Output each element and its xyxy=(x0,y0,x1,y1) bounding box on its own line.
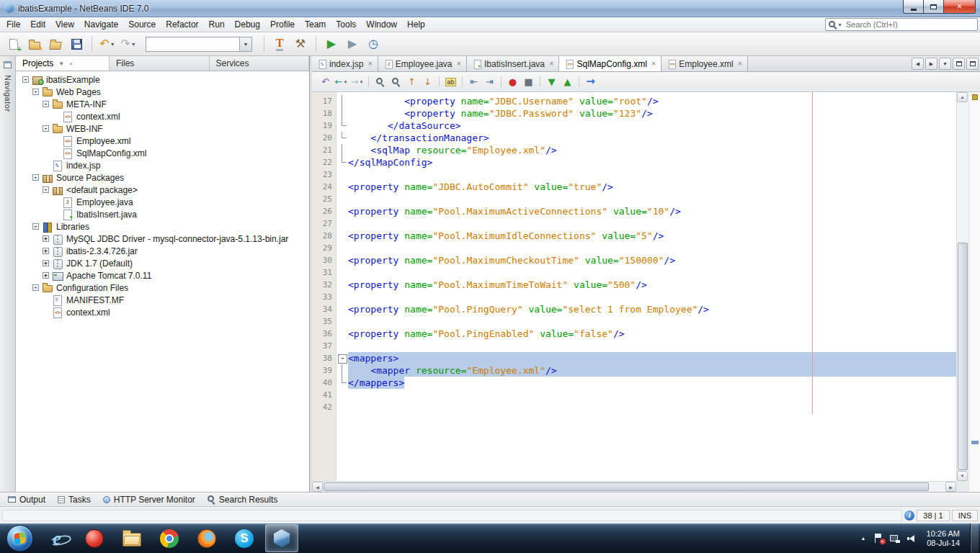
scroll-right-button[interactable]: ▶ xyxy=(945,482,956,492)
tree-node-jdk-1-7-default[interactable]: +JDK 1.7 (Default) xyxy=(16,257,309,269)
collapse-toggle-icon[interactable]: - xyxy=(32,174,40,182)
line-number[interactable]: 41 xyxy=(312,389,337,401)
code-text[interactable]: </dataSource> xyxy=(348,120,461,132)
expand-toggle-icon[interactable]: + xyxy=(42,235,50,243)
collapse-toggle-icon[interactable]: - xyxy=(32,284,40,292)
volume-icon[interactable] xyxy=(907,534,917,543)
code-text[interactable]: <sqlMap resource="Employee.xml"/> xyxy=(348,144,557,156)
collapse-toggle-icon[interactable]: - xyxy=(42,125,50,133)
line-number[interactable]: 18 xyxy=(312,107,337,120)
show-desktop-button[interactable] xyxy=(970,523,979,553)
line-number[interactable]: 23 xyxy=(312,168,337,181)
line-number[interactable]: 38 xyxy=(312,352,337,364)
minimize-button[interactable] xyxy=(903,0,924,14)
horizontal-scroll-thumb[interactable] xyxy=(324,482,929,491)
taskbar-clock[interactable]: 10:26 AM 08-Jul-14 xyxy=(927,529,960,548)
last-edited-button[interactable]: ↶ xyxy=(318,74,333,89)
line-number[interactable]: 33 xyxy=(312,291,337,303)
new-project-button[interactable] xyxy=(25,35,44,53)
editor-tab-ibatisinsert-java[interactable]: IbatisInsert.java× xyxy=(467,56,559,71)
title-bar[interactable]: ibatisExample - NetBeans IDE 7.0 × xyxy=(0,0,980,17)
code-text[interactable]: <property name="JDBC.Password" value="12… xyxy=(348,107,653,120)
network-icon[interactable] xyxy=(890,534,900,543)
line-number[interactable]: 27 xyxy=(312,217,337,230)
show-hidden-icons-icon[interactable]: ▲ xyxy=(861,536,866,541)
open-project-button[interactable] xyxy=(46,35,65,53)
panel-tab-services[interactable]: Services xyxy=(210,56,310,71)
build-project-button[interactable]: ⚒ xyxy=(291,35,310,53)
menu-file[interactable]: File xyxy=(1,17,25,32)
menu-view[interactable]: View xyxy=(50,17,79,32)
shift-line-left-button[interactable]: ⇤ xyxy=(466,74,481,89)
line-number[interactable]: 31 xyxy=(312,266,337,279)
collapse-toggle-icon[interactable]: - xyxy=(42,186,50,194)
tree-node-mysql-jdbc-driver-mysql-connector-java-5-1-13-bin-jar[interactable]: +MySQL JDBC Driver - mysql-connector-jav… xyxy=(16,233,309,245)
stop-macro-recording-button[interactable]: ■ xyxy=(521,74,536,89)
close-tab-icon[interactable]: × xyxy=(738,60,742,68)
panel-tab-files[interactable]: Files xyxy=(110,56,210,71)
editor-tab-employee-java[interactable]: Employee.java× xyxy=(378,56,467,71)
line-number[interactable]: 20 xyxy=(312,132,337,144)
run-project-button[interactable]: ▶ xyxy=(322,35,341,53)
find-button[interactable] xyxy=(373,74,388,89)
tree-node-context-xml[interactable]: context.xml xyxy=(16,110,309,122)
taskbar-chrome[interactable] xyxy=(153,524,186,552)
line-number[interactable]: 42 xyxy=(312,401,337,413)
code-text[interactable]: </transactionManager> xyxy=(348,132,489,144)
line-number[interactable]: 26 xyxy=(312,205,337,217)
line-number[interactable]: 29 xyxy=(312,242,337,254)
scroll-up-button[interactable]: ▲ xyxy=(957,92,968,102)
line-number[interactable]: 35 xyxy=(312,315,337,328)
taskbar-start-button[interactable] xyxy=(3,524,36,552)
maximize-editor-button[interactable] xyxy=(966,58,979,70)
bottom-tab-search-results[interactable]: Search Results xyxy=(202,493,283,506)
tree-node-meta-inf[interactable]: -META-INF xyxy=(16,98,309,110)
toggle-highlight-search-button[interactable]: ab xyxy=(443,74,458,89)
code-text[interactable]: <property name="Pool.MaximumTimeToWait" … xyxy=(348,279,647,291)
undo-button[interactable]: ↶▼ xyxy=(98,35,117,53)
search-dropdown-icon[interactable]: ▼ xyxy=(837,22,842,27)
close-tab-icon[interactable]: × xyxy=(368,60,372,68)
redo-button[interactable]: ↷▼ xyxy=(119,35,138,53)
code-text[interactable]: <property name="Pool.PingEnabled" value=… xyxy=(348,328,625,340)
scroll-tabs-left-button[interactable]: ◀ xyxy=(912,58,924,70)
line-number[interactable]: 30 xyxy=(312,254,337,266)
line-number[interactable]: 32 xyxy=(312,279,337,291)
tree-node-ibatisinsert-java[interactable]: IbatisInsert.java xyxy=(16,208,309,220)
code-text[interactable]: <property name="JDBC.AutoCommit" value="… xyxy=(348,181,613,193)
tree-node-context-xml[interactable]: context.xml xyxy=(16,306,309,318)
tree-node-source-packages[interactable]: -Source Packages xyxy=(16,171,309,184)
scroll-left-button[interactable]: ◀ xyxy=(312,482,323,492)
combo-dropdown-icon[interactable]: ▼ xyxy=(239,37,251,51)
notifications-icon[interactable]: i xyxy=(904,511,914,521)
menu-profile[interactable]: Profile xyxy=(265,17,300,32)
find-selection-button[interactable] xyxy=(388,74,404,89)
new-file-button[interactable] xyxy=(4,35,23,53)
quick-search-box[interactable]: ▼ xyxy=(825,18,978,31)
tree-node-manifest-mf[interactable]: MANIFEST.MF xyxy=(16,294,309,306)
tree-node-sqlmapconfig-xml[interactable]: SqlMapConfig.xml xyxy=(16,147,309,159)
save-all-button[interactable] xyxy=(67,35,86,53)
collapse-toggle-icon[interactable]: - xyxy=(42,100,50,109)
menu-run[interactable]: Run xyxy=(204,17,230,32)
next-occurrence-button[interactable]: ↓ xyxy=(420,74,435,89)
back-button[interactable]: ←▼ xyxy=(334,74,349,89)
menu-team[interactable]: Team xyxy=(300,17,331,32)
code-text[interactable]: </sqlMapConfig> xyxy=(348,156,432,168)
expand-toggle-icon[interactable]: + xyxy=(42,247,50,256)
taskbar-netbeans[interactable] xyxy=(265,524,298,552)
code-text[interactable]: <property name="JDBC.Username" value="ro… xyxy=(348,95,659,107)
tree-node-apache-tomcat-7-0-11[interactable]: +Apache Tomcat 7.0.11 xyxy=(16,269,309,282)
line-number[interactable]: 34 xyxy=(312,303,337,315)
taskbar-red-circle-app[interactable] xyxy=(78,524,111,552)
taskbar-skype[interactable]: S xyxy=(228,524,261,552)
bottom-tab-tasks[interactable]: Tasks xyxy=(52,493,97,506)
tree-node-configuration-files[interactable]: -Configuration Files xyxy=(16,282,309,294)
bottom-tab-http-server-monitor[interactable]: HTTP Server Monitor xyxy=(97,493,201,506)
fold-toggle-icon[interactable] xyxy=(337,352,348,364)
close-tab-icon[interactable]: × xyxy=(549,60,553,68)
collapse-toggle-icon[interactable]: - xyxy=(32,222,40,231)
menu-window[interactable]: Window xyxy=(361,17,402,32)
code-text[interactable]: <property name="Pool.PingQuery" value="s… xyxy=(348,303,709,315)
menu-edit[interactable]: Edit xyxy=(25,17,50,32)
